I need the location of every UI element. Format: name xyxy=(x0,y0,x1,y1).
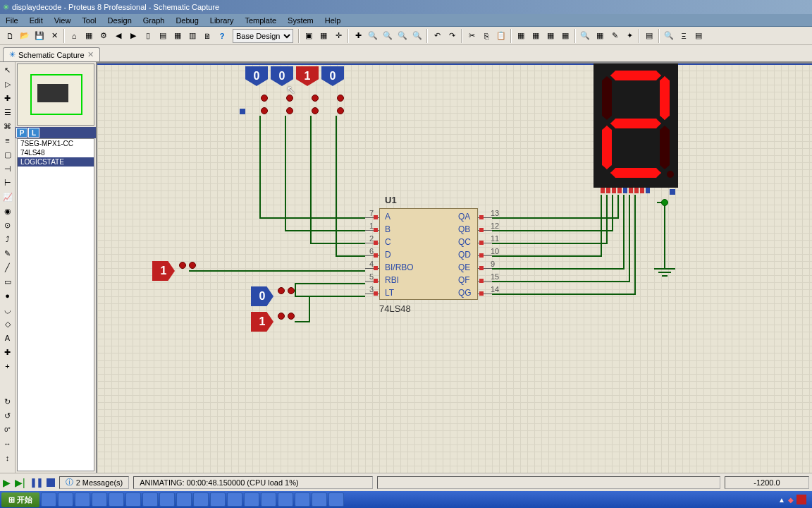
copy-button[interactable]: ⎘ xyxy=(479,29,493,43)
windows-taskbar[interactable]: ⊞ 开始 ▲ ◆ xyxy=(0,491,812,508)
menu-system[interactable]: System xyxy=(282,15,319,26)
menu-graph[interactable]: Graph xyxy=(137,15,171,26)
instrument-tool[interactable]: ✎ xyxy=(1,247,14,260)
angle-icon[interactable]: 0° xyxy=(1,423,14,436)
chip-icon[interactable]: ▦ xyxy=(82,29,96,43)
taskbar-item[interactable] xyxy=(41,492,56,507)
menu-debug[interactable]: Debug xyxy=(170,15,204,26)
taskbar-item[interactable] xyxy=(159,492,175,507)
logicstate-lt[interactable]: 1 xyxy=(251,312,273,332)
pin-tool[interactable]: ⊢ xyxy=(1,176,14,189)
list-icon[interactable]: ▤ xyxy=(156,29,170,43)
tab-schematic[interactable]: ✳ Schematic Capture ✕ xyxy=(3,47,100,61)
zoom-fit-icon[interactable]: 🔍 xyxy=(395,29,410,43)
taskbar-item[interactable] xyxy=(142,492,158,507)
block-move-icon[interactable]: ▦ xyxy=(529,29,543,43)
schematic-canvas[interactable]: 0 0 1 0 ↖ 1 0 1 xyxy=(97,62,812,473)
taskbar-item[interactable] xyxy=(328,492,344,507)
origin-icon[interactable]: ✛ xyxy=(331,29,345,43)
search-icon[interactable]: 🔍 xyxy=(662,29,676,43)
taskbar-item[interactable] xyxy=(58,492,73,507)
menu-file[interactable]: File xyxy=(0,15,24,26)
taskbar-item[interactable] xyxy=(244,492,259,507)
logicstate-rbi[interactable]: 0 xyxy=(251,286,273,306)
menu-library[interactable]: Library xyxy=(204,15,240,26)
swap-icon[interactable]: ▤ xyxy=(642,29,656,43)
decompose-icon[interactable]: ✎ xyxy=(608,29,622,43)
tray-icon[interactable]: ◆ xyxy=(788,496,794,504)
package-icon[interactable]: ▦ xyxy=(593,29,607,43)
device-item[interactable]: 7SEG-MPX1-CC xyxy=(18,139,94,148)
menu-help[interactable]: Help xyxy=(319,15,347,26)
zoom-area-icon[interactable]: ▣ xyxy=(302,29,316,43)
taskbar-item[interactable] xyxy=(227,492,242,507)
play-button[interactable]: ▶ xyxy=(3,477,11,488)
menu-design[interactable]: Design xyxy=(102,15,137,26)
taskbar-item[interactable] xyxy=(109,492,124,507)
menu-tool[interactable]: Tool xyxy=(76,15,102,26)
wirelabel-tool[interactable]: ☰ xyxy=(1,106,14,119)
libraries-button[interactable]: L xyxy=(28,128,39,138)
forward-button[interactable]: ▶ xyxy=(126,29,140,43)
device-list[interactable]: 7SEG-MPX1-CC 74LS48 LOGICSTATE xyxy=(17,138,94,471)
seven-segment-display[interactable] xyxy=(593,64,678,188)
help-button[interactable]: ? xyxy=(215,29,229,43)
mirror-h-icon[interactable]: ↔ xyxy=(1,437,14,450)
logicstate-a[interactable]: 0 xyxy=(245,66,268,86)
undo-button[interactable]: ↶ xyxy=(430,29,444,43)
tab-close-icon[interactable]: ✕ xyxy=(87,50,94,59)
probe-tool[interactable]: ⤴ xyxy=(1,233,14,246)
zoom-out-icon[interactable]: 🔍 xyxy=(381,29,395,43)
logicstate-birbo[interactable]: 1 xyxy=(152,261,175,281)
sheet-icon[interactable]: ▯ xyxy=(141,29,155,43)
mirror-v-icon[interactable]: ↕ xyxy=(1,452,14,464)
menu-edit[interactable]: Edit xyxy=(24,15,49,26)
doc-icon[interactable]: 🗎 xyxy=(200,29,214,43)
taskbar-item[interactable] xyxy=(278,492,293,507)
compile-icon[interactable]: ▤ xyxy=(691,29,706,43)
generator-tool[interactable]: ⊙ xyxy=(1,219,14,231)
open-button[interactable]: 📂 xyxy=(18,29,32,43)
line-tool[interactable]: ╱ xyxy=(1,261,14,274)
design-combo[interactable]: Base Design xyxy=(233,29,293,43)
subcircuit-tool[interactable]: ▢ xyxy=(1,148,14,161)
logicstate-b[interactable]: 0 xyxy=(271,66,293,86)
prop-icon[interactable]: Ξ xyxy=(677,29,691,43)
cut-button[interactable]: ✂ xyxy=(465,29,479,43)
close-button[interactable]: ✕ xyxy=(47,29,61,43)
circle-tool[interactable]: ● xyxy=(1,289,14,302)
taskbar-item[interactable] xyxy=(176,492,192,507)
path-tool[interactable]: ◇ xyxy=(1,318,14,330)
marker-tool[interactable]: + xyxy=(1,360,14,373)
block-rotate-icon[interactable]: ▦ xyxy=(543,29,558,43)
zoom-region-icon[interactable]: 🔍 xyxy=(410,29,424,43)
block-delete-icon[interactable]: ▦ xyxy=(558,29,572,43)
wand-icon[interactable]: ✦ xyxy=(622,29,636,43)
selection-tool[interactable]: ↖ xyxy=(1,64,14,76)
device-item[interactable]: 74LS48 xyxy=(18,148,94,157)
taskbar-item[interactable] xyxy=(210,492,226,507)
taskbar-item[interactable] xyxy=(193,492,209,507)
tray-area[interactable]: ▲ ◆ xyxy=(778,495,811,504)
report-icon[interactable]: ▥ xyxy=(185,29,199,43)
taskbar-item[interactable] xyxy=(125,492,141,507)
rotate-cw-icon[interactable]: ↻ xyxy=(1,395,14,408)
taskbar-item[interactable] xyxy=(261,492,276,507)
script-tool[interactable]: ⌘ xyxy=(1,120,14,133)
device-item[interactable]: LOGICSTATE xyxy=(18,157,94,167)
overview-map[interactable] xyxy=(17,64,94,126)
pick-parts-button[interactable]: P xyxy=(16,128,27,138)
taskbar-item[interactable] xyxy=(295,492,310,507)
menu-view[interactable]: View xyxy=(49,15,77,26)
box-tool[interactable]: ▭ xyxy=(1,275,14,288)
home-button[interactable]: ⌂ xyxy=(67,29,81,43)
grid-icon[interactable]: ▦ xyxy=(316,29,331,43)
graph-tool[interactable]: 📈 xyxy=(1,190,14,203)
terminal-tool[interactable]: ⊣ xyxy=(1,162,14,175)
menu-bar[interactable]: File Edit View Tool Design Graph Debug L… xyxy=(0,14,812,27)
paste-button[interactable]: 📋 xyxy=(494,29,508,43)
rotate-ccw-icon[interactable]: ↺ xyxy=(1,409,14,422)
pause-button[interactable]: ❚❚ xyxy=(30,477,42,488)
step-button[interactable]: ▶| xyxy=(15,477,25,488)
save-button[interactable]: 💾 xyxy=(32,29,47,43)
